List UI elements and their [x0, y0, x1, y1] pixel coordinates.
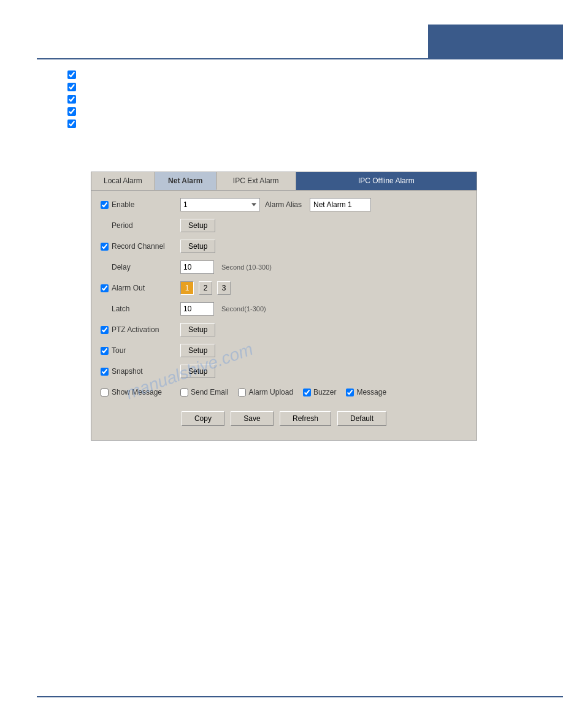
snapshot-controls: Setup	[180, 365, 467, 378]
snapshot-row: Snapshot Setup	[101, 363, 467, 379]
main-panel: Local Alarm Net Alarm IPC Ext Alarm IPC …	[91, 172, 477, 441]
ptz-activation-checkbox[interactable]	[101, 326, 109, 334]
snapshot-label-container: Snapshot	[101, 367, 180, 376]
header-accent	[428, 25, 563, 58]
period-setup-button[interactable]: Setup	[180, 219, 215, 232]
alarm-out-row: Alarm Out 1 2 3	[101, 280, 467, 296]
bottom-divider-line	[37, 696, 563, 697]
top-checkbox-2[interactable]	[67, 83, 76, 91]
buzzer-label: Buzzer	[303, 388, 336, 396]
top-checkbox-3-input[interactable]	[67, 95, 76, 104]
alarm-out-controls: 1 2 3	[180, 281, 467, 295]
alarm-alias-label: Alarm Alias	[265, 200, 302, 209]
top-checkboxes	[67, 70, 76, 132]
action-buttons-row: Copy Save Refresh Default	[101, 406, 467, 431]
snapshot-label: Snapshot	[112, 367, 143, 376]
default-button[interactable]: Default	[337, 411, 386, 426]
record-channel-label: Record Channel	[112, 242, 165, 251]
top-checkbox-4-input[interactable]	[67, 107, 76, 116]
period-row: Period Setup	[101, 218, 467, 233]
top-checkbox-3[interactable]	[67, 95, 76, 104]
alarm-out-btn-3[interactable]: 3	[217, 281, 231, 295]
alarm-alias-input[interactable]	[310, 198, 371, 211]
top-checkbox-4[interactable]	[67, 107, 76, 116]
alarm-number-select[interactable]: 1 2 3	[180, 198, 260, 211]
enable-row: Enable 1 2 3 Alarm Alias	[101, 197, 467, 213]
top-checkbox-1-input[interactable]	[67, 70, 76, 79]
alarm-out-checkbox[interactable]	[101, 284, 109, 292]
alarm-out-label: Alarm Out	[112, 284, 145, 292]
tab-ipc-ext-alarm[interactable]: IPC Ext Alarm	[216, 172, 296, 190]
alarm-upload-checkbox[interactable]	[238, 389, 246, 396]
send-email-label: Send Email	[180, 388, 228, 396]
tab-ipc-offline-alarm[interactable]: IPC Offline Alarm	[296, 172, 477, 190]
show-message-checkbox[interactable]	[101, 389, 109, 396]
delay-range-label: Second (10-300)	[221, 264, 272, 271]
delay-input[interactable]	[180, 260, 214, 274]
alarm-number-wrapper: 1 2 3	[180, 198, 260, 211]
tour-controls: Setup	[180, 344, 467, 357]
enable-label-container: Enable	[101, 200, 180, 209]
tour-row: Tour Setup	[101, 343, 467, 358]
ptz-label-container: PTZ Activation	[101, 325, 180, 334]
panel-content: Enable 1 2 3 Alarm Alias Period S	[91, 191, 477, 440]
period-label-container: Period	[101, 221, 180, 230]
alarm-out-btn-2[interactable]: 2	[199, 281, 212, 295]
tab-local-alarm[interactable]: Local Alarm	[91, 172, 155, 190]
message-label: Message	[346, 388, 386, 396]
latch-controls: Second(1-300)	[180, 302, 467, 316]
enable-controls: 1 2 3 Alarm Alias	[180, 198, 467, 211]
show-message-row: Show Message Send Email Alarm Upload Buz…	[101, 384, 467, 400]
period-label: Period	[112, 221, 133, 230]
alarm-out-btn-1[interactable]: 1	[180, 281, 194, 295]
enable-checkbox[interactable]	[101, 201, 109, 209]
latch-label-container: Latch	[101, 305, 180, 313]
show-message-label: Show Message	[112, 388, 162, 396]
top-checkbox-5-input[interactable]	[67, 119, 76, 128]
tab-net-alarm[interactable]: Net Alarm	[155, 172, 216, 190]
enable-label: Enable	[112, 200, 134, 209]
send-email-checkbox[interactable]	[180, 389, 188, 396]
ptz-activation-row: PTZ Activation Setup	[101, 322, 467, 338]
buzzer-checkbox[interactable]	[303, 389, 311, 396]
record-channel-checkbox[interactable]	[101, 243, 109, 251]
message-checkbox[interactable]	[346, 389, 354, 396]
record-channel-setup-button[interactable]: Setup	[180, 240, 215, 253]
delay-controls: Second (10-300)	[180, 260, 467, 274]
top-checkbox-5[interactable]	[67, 119, 76, 128]
alarm-out-label-container: Alarm Out	[101, 284, 180, 292]
delay-label: Delay	[112, 263, 131, 271]
period-controls: Setup	[180, 219, 467, 232]
latch-row: Latch Second(1-300)	[101, 301, 467, 317]
tour-label: Tour	[112, 346, 126, 355]
top-divider-line	[37, 58, 563, 59]
tour-label-container: Tour	[101, 346, 180, 355]
tour-setup-button[interactable]: Setup	[180, 344, 215, 357]
refresh-button[interactable]: Refresh	[280, 411, 331, 426]
show-message-controls: Send Email Alarm Upload Buzzer Message	[180, 388, 467, 396]
top-checkbox-2-input[interactable]	[67, 83, 76, 91]
save-button[interactable]: Save	[231, 411, 274, 426]
latch-range-label: Second(1-300)	[221, 305, 266, 313]
ptz-controls: Setup	[180, 323, 467, 336]
latch-label: Latch	[112, 305, 129, 313]
tab-bar: Local Alarm Net Alarm IPC Ext Alarm IPC …	[91, 172, 477, 191]
show-message-label-container: Show Message	[101, 388, 180, 396]
alarm-upload-label: Alarm Upload	[238, 388, 293, 396]
delay-row: Delay Second (10-300)	[101, 259, 467, 275]
record-channel-controls: Setup	[180, 240, 467, 253]
snapshot-setup-button[interactable]: Setup	[180, 365, 215, 378]
tour-checkbox[interactable]	[101, 347, 109, 355]
snapshot-checkbox[interactable]	[101, 368, 109, 376]
record-channel-label-container: Record Channel	[101, 242, 180, 251]
copy-button[interactable]: Copy	[182, 411, 224, 426]
ptz-activation-label: PTZ Activation	[112, 325, 159, 334]
top-checkbox-1[interactable]	[67, 70, 76, 79]
ptz-setup-button[interactable]: Setup	[180, 323, 215, 336]
latch-input[interactable]	[180, 302, 214, 316]
record-channel-row: Record Channel Setup	[101, 238, 467, 254]
delay-label-container: Delay	[101, 263, 180, 271]
